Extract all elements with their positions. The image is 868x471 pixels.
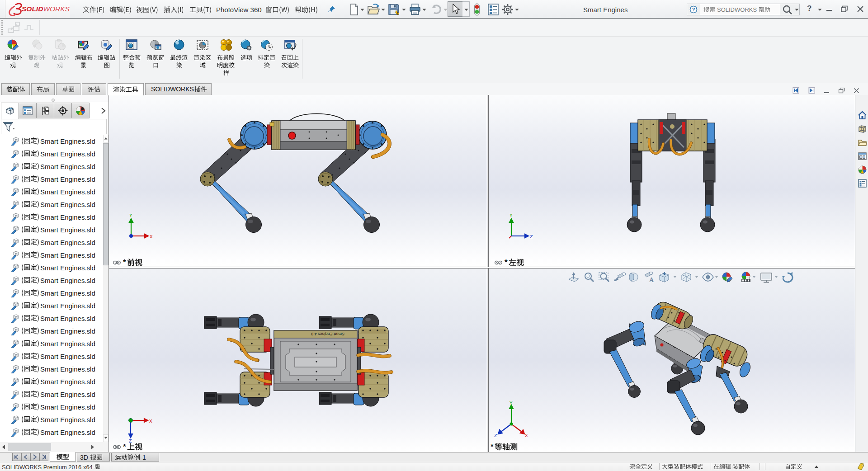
svg-text:?: ?	[692, 7, 695, 12]
svg-text:!: !	[397, 11, 398, 15]
svg-text:Smart Engines 4.0: Smart Engines 4.0	[311, 332, 344, 336]
